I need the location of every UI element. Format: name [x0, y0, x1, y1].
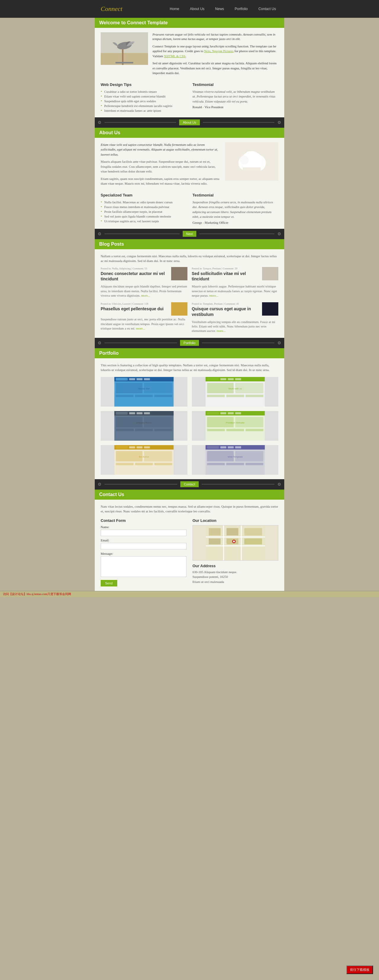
welcome-italic-text: Praesent rutrum augue vel felis vehicula…: [152, 32, 278, 41]
welcome-p2: Sed sit amet dignissim vel. Curabitur ia…: [152, 61, 278, 76]
list-item: Sed vel justo quis ligula blandit commod…: [101, 214, 187, 219]
nelo-link[interactable]: Nelo, Nguyen Pictures: [204, 49, 234, 53]
welcome-testimonial-title: Testimonial: [192, 83, 278, 87]
blog-thumbnail: [171, 267, 187, 280]
blog-meta: Posted in: Tempor, Pretium | Comment: 29: [192, 267, 260, 270]
sep-line-1: [105, 122, 176, 123]
page-content: Welcome to Connect Template: [95, 18, 284, 591]
about-image: [225, 142, 278, 181]
svg-rect-21: [144, 378, 150, 380]
svg-rect-24: [116, 395, 133, 397]
svg-rect-74: [154, 463, 172, 465]
svg-rect-60: [207, 429, 225, 431]
blog-excerpt: Mauris quis lobortis augue. Pellentesque…: [192, 284, 279, 298]
blog-post: Posted in: Template, Pretium | Comment: …: [192, 302, 279, 333]
bolt-left-2: ⚙: [98, 231, 101, 237]
contact-map-col: Our Location: [192, 518, 278, 587]
svg-rect-43: [129, 412, 135, 414]
blog-posts-grid: Posted in: Nulla, Adipiscing | Comment: …: [101, 267, 278, 333]
welcome-heading: Welcome to Connect Template: [95, 18, 284, 28]
svg-rect-26: [154, 395, 172, 397]
svg-rect-86: [246, 463, 263, 465]
portfolio-item[interactable]: Be Active: [101, 445, 187, 475]
main-nav: Home About Us News Portfolio Contact Us: [167, 6, 278, 12]
blog-post: Posted in: Ultricies, Laoreet | Comment:…: [101, 302, 187, 333]
message-input[interactable]: [101, 556, 187, 577]
separator-4: ⚙ Contact ⚙: [95, 479, 284, 490]
svg-text:Industry Room: Industry Room: [136, 422, 152, 424]
contact-button[interactable]: Contact: [180, 481, 199, 487]
name-input[interactable]: [101, 530, 187, 536]
svg-text:Work with us: Work with us: [228, 387, 242, 390]
team-list: Nulla facilisi. Maecenas ac odio ipsum d…: [101, 200, 187, 223]
portfolio-item[interactable]: Web Template: [192, 445, 279, 475]
more-link[interactable]: more...: [217, 329, 226, 332]
welcome-image: [101, 32, 148, 65]
nav-portfolio[interactable]: Portfolio: [232, 6, 250, 12]
more-link[interactable]: more...: [209, 294, 218, 297]
svg-rect-85: [226, 463, 244, 465]
svg-rect-79: [220, 446, 226, 449]
svg-rect-80: [228, 446, 234, 449]
list-item: Proin facilisis ullamcorper turpis, in p…: [101, 209, 187, 214]
svg-rect-94: [227, 528, 238, 536]
email-input[interactable]: [101, 543, 187, 549]
svg-text:Web Template: Web Template: [227, 455, 243, 458]
more-link[interactable]: more...: [141, 294, 151, 297]
blog-excerpt: Suspendisse rutrum justo at orci, nec po…: [101, 317, 187, 331]
next-button[interactable]: Next: [183, 231, 197, 237]
nav-news[interactable]: News: [213, 6, 227, 12]
web-tips-title: Web Design Tips: [101, 83, 187, 87]
about-testimonial-title: Testimonial: [192, 193, 278, 197]
list-item: Suspendisse quis nibh eget arcu sodales: [101, 99, 187, 103]
about-p1: Mauris aliquam facilisis ante vitae pulv…: [101, 159, 220, 174]
more-link[interactable]: more...: [136, 326, 145, 330]
list-item: Interdum et malesuada fames ac ante ipsu…: [101, 108, 187, 113]
svg-rect-37: [226, 395, 244, 397]
nav-contact[interactable]: Contact Us: [256, 6, 278, 12]
sep-line-3b: [202, 342, 274, 343]
about-p2: Etiam sagittis, quam non suscipit condim…: [101, 176, 220, 186]
bolt-right-2: ⚙: [278, 231, 281, 237]
portfolio-section: Portfolio This section is featuring a co…: [95, 348, 284, 479]
send-button[interactable]: Send: [101, 580, 117, 587]
svg-rect-25: [135, 395, 153, 397]
blog-section: Blog Posts Nullam a tortor est, congue f…: [95, 239, 284, 338]
svg-rect-78: [207, 446, 219, 449]
svg-rect-32: [228, 378, 234, 380]
list-item: Etiam vitae velit sed sapien consectetur…: [101, 94, 187, 99]
list-item: Curabitur a odio ut tortor lobortis orna…: [101, 89, 187, 94]
svg-rect-18: [116, 378, 128, 380]
portfolio-item[interactable]: Premium Website: [192, 411, 279, 441]
welcome-testimonial: Testimonial Vivamus viverra euismod veli…: [192, 83, 278, 113]
portfolio-item[interactable]: Industry Room: [101, 411, 187, 441]
blog-meta: Posted in: Template, Pretium | Comment: …: [192, 302, 260, 305]
nav-about[interactable]: About Us: [187, 6, 207, 12]
blog-post: Posted in: Tempor, Pretium | Comment: 29…: [192, 267, 279, 298]
web-tips-list: Curabitur a odio ut tortor lobortis orna…: [101, 89, 187, 113]
welcome-testimonial-text: Vivamus viverra euismod velit, ac bibend…: [192, 89, 278, 104]
svg-rect-36: [207, 395, 225, 397]
bolt-right-4: ⚙: [278, 482, 281, 487]
svg-point-13: [240, 156, 249, 164]
portfolio-grid: Munat Site Work with us: [101, 377, 278, 475]
portfolio-item[interactable]: Work with us: [192, 377, 279, 407]
portfolio-button[interactable]: Portfolio: [180, 340, 199, 346]
svg-rect-69: [144, 446, 150, 449]
sep-line-2: [105, 234, 180, 234]
welcome-section: Welcome to Connect Template: [95, 18, 284, 117]
svg-rect-15: [243, 167, 260, 172]
portfolio-item[interactable]: Munat Site: [101, 377, 187, 407]
svg-rect-6: [116, 62, 133, 64]
separator-3: ⚙ Portfolio ⚙: [95, 338, 284, 348]
about-us-button[interactable]: About Us: [179, 119, 200, 125]
blog-thumbnail: [262, 302, 278, 316]
blog-meta: Posted in: Ultricies, Laoreet | Comment:…: [101, 302, 169, 305]
blog-thumbnail: [262, 267, 278, 280]
portfolio-heading: Portfolio: [95, 348, 284, 358]
nav-home[interactable]: Home: [167, 6, 181, 12]
web-design-tips: Web Design Tips Curabitur a odio ut tort…: [101, 83, 187, 113]
blog-excerpt: Aliquam tincidunt neque quis blandit dap…: [101, 284, 187, 298]
xhtml-link[interactable]: XHTML & CSS: [164, 54, 186, 58]
svg-rect-98: [244, 538, 262, 544]
